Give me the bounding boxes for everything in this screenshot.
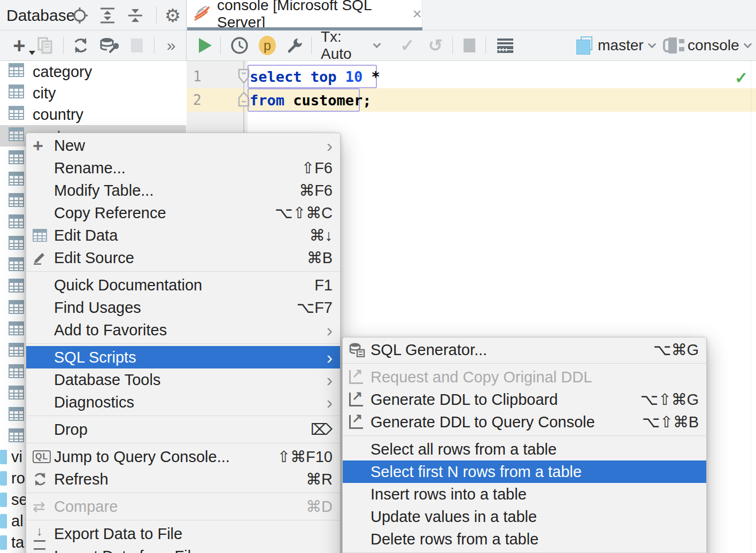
menu-item-update-values[interactable]: Update values in a table <box>343 505 706 528</box>
sql-server-icon <box>194 4 211 24</box>
menu-item-add-to-favorites[interactable]: Add to Favorites › <box>26 319 340 341</box>
expand-all-icon[interactable] <box>96 0 119 30</box>
database-selector[interactable]: master <box>576 30 662 60</box>
shortcut: ⌥F7 <box>297 298 333 317</box>
menu-item-modify-table[interactable]: Modify Table... ⌘F6 <box>26 179 340 202</box>
menu-item-database-tools[interactable]: Database Tools › <box>26 368 340 391</box>
console-selector[interactable]: console <box>663 30 754 60</box>
menu-item-copy-reference[interactable]: Copy Reference ⌥⇧⌘C <box>26 202 340 224</box>
menu-item-quick-documentation[interactable]: Quick Documentation F1 <box>26 274 340 296</box>
table-icon[interactable] <box>9 214 24 228</box>
menu-item-generate-ddl-to-query-console[interactable]: ↗ Generate DDL to Query Console ⌥⇧⌘B <box>343 411 706 433</box>
menu-item-rename[interactable]: Rename... ⇧F6 <box>26 157 340 179</box>
menu-separator <box>26 343 340 344</box>
menu-item-jump-to-query-console[interactable]: QL Jump to Query Console... ⇧⌘F10 <box>26 446 340 468</box>
shortcut: ⌘↓ <box>310 226 333 244</box>
menu-item-select-first-n-rows[interactable]: Select first N rows from a table <box>343 460 706 483</box>
menu-item-request-and-copy-original-ddl[interactable]: ↗ Request and Copy Original DDL <box>343 366 706 388</box>
query-console-icon: QL <box>33 447 54 466</box>
shortcut: ⌦ <box>311 420 333 439</box>
menu-separator <box>26 271 340 272</box>
table-icon[interactable] <box>9 364 24 378</box>
collapse-all-icon[interactable] <box>124 0 146 30</box>
editor-tab-console[interactable]: console [Microsoft SQL Server] × <box>187 0 422 27</box>
tab-close-icon[interactable]: × <box>412 6 422 22</box>
table-icon[interactable] <box>9 257 24 271</box>
tree-item-category[interactable]: category <box>0 61 186 82</box>
shortcut: ⌘R <box>306 470 333 488</box>
run-play-icon[interactable] <box>194 30 217 60</box>
menu-item-drop[interactable]: Drop ⌦ <box>26 418 340 441</box>
table-icon[interactable] <box>9 428 24 442</box>
stop-icon[interactable] <box>458 30 481 60</box>
menu-item-refresh[interactable]: Refresh ⌘R <box>26 468 340 490</box>
shortcut: ⌥⇧⌘C <box>275 204 333 222</box>
ddl-arrow-icon: ↗ <box>349 367 371 387</box>
duplicate-icon[interactable] <box>33 30 57 60</box>
menu-item-compare[interactable]: ⇄ Compare ⌘D <box>26 495 340 518</box>
ddl-arrow-icon: ↗ <box>349 390 371 409</box>
menu-item-sql-generator[interactable]: SQL Generator... ⌥⌘G <box>343 339 706 361</box>
table-icon <box>9 63 24 81</box>
more-chevrons-icon[interactable]: » <box>159 30 183 60</box>
menu-item-find-usages[interactable]: Find Usages ⌥F7 <box>26 296 340 319</box>
toolbar-divider <box>220 37 221 54</box>
table-icon[interactable] <box>9 150 24 164</box>
table-icon[interactable] <box>9 193 24 207</box>
add-icon[interactable]: + <box>7 30 31 60</box>
locate-icon[interactable] <box>68 0 91 30</box>
scrollbar-track-edge <box>751 61 751 553</box>
menu-item-diagnostics[interactable]: Diagnostics › <box>26 391 340 413</box>
header-divider <box>156 6 157 24</box>
table-icon[interactable] <box>9 172 24 186</box>
table-icon[interactable] <box>9 386 24 400</box>
menu-item-delete-rows[interactable]: Delete rows from a table <box>343 528 706 550</box>
history-clock-icon[interactable] <box>227 30 252 60</box>
database-icon <box>576 36 592 55</box>
tree-item-city[interactable]: city <box>0 82 186 104</box>
export-icon: ↓ <box>33 524 54 543</box>
settings-gear-icon[interactable]: ⚙ <box>161 0 184 30</box>
line-number: 2 <box>193 88 214 112</box>
menu-item-edit-source[interactable]: Edit Source ⌘B <box>26 247 340 269</box>
inspections-ok-icon[interactable]: ✓ <box>735 68 748 87</box>
stop-icon[interactable] <box>125 30 149 60</box>
application-window: Database ⚙ console [Microsoft SQL Server… <box>0 0 756 553</box>
shortcut: ⇧⌘F10 <box>277 448 333 466</box>
table-icon <box>9 106 24 124</box>
menu-item-select-all-rows[interactable]: Select all rows from a table <box>343 438 706 460</box>
compare-icon: ⇄ <box>33 497 54 516</box>
data-source-properties-icon[interactable] <box>96 30 122 60</box>
table-icon[interactable] <box>9 343 24 357</box>
table-icon[interactable] <box>9 300 24 314</box>
toolbar-divider <box>311 37 312 54</box>
table-icon[interactable] <box>9 321 24 335</box>
table-icon[interactable] <box>9 279 24 293</box>
menu-item-insert-rows[interactable]: Insert rows into a table <box>343 483 706 505</box>
rollback-icon[interactable]: ↻ <box>423 30 447 60</box>
menu-item-import-data-from-file[interactable]: ↑ Import Data from File... <box>26 545 340 553</box>
menu-item-sql-scripts[interactable]: SQL Scripts › <box>26 346 340 368</box>
shortcut: ⌘B <box>307 249 333 267</box>
import-icon: ↑ <box>33 547 54 553</box>
tx-mode-selector[interactable]: Tx: Auto <box>321 30 380 60</box>
table-icon[interactable] <box>9 407 24 421</box>
tree-item-country[interactable]: country <box>0 104 186 125</box>
menu-item-edit-data[interactable]: Edit Data ⌘↓ <box>26 224 340 247</box>
submenu-arrow-icon: › <box>321 136 333 155</box>
parameters-badge[interactable]: p <box>254 30 280 60</box>
toolbar-divider <box>485 37 486 54</box>
output-layout-icon[interactable] <box>492 30 519 60</box>
menu-item-export-data-to-file[interactable]: ↓ Export Data to File <box>26 523 340 545</box>
menu-item-new[interactable]: + New › <box>26 134 340 157</box>
menu-item-generate-ddl-to-clipboard[interactable]: ↗ Generate DDL to Clipboard ⌥⇧⌘G <box>343 388 706 411</box>
refresh-icon[interactable] <box>68 30 93 60</box>
line-number: 1 <box>193 65 214 88</box>
submenu-arrow-icon: › <box>321 348 333 366</box>
tab-title: console [Microsoft SQL Server] <box>217 0 403 31</box>
wrench-icon[interactable] <box>282 30 308 60</box>
commit-check-icon[interactable]: ✓ <box>396 30 419 60</box>
table-icon[interactable] <box>9 236 24 250</box>
view-icon <box>0 450 7 464</box>
shortcut: ⇧F6 <box>302 159 333 177</box>
